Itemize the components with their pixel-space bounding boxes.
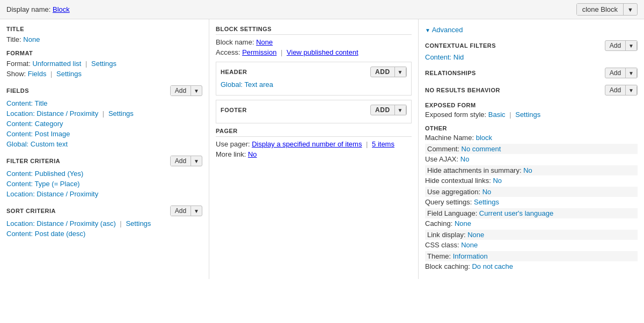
permission-link[interactable]: Permission xyxy=(242,48,276,56)
contextual-filters-header: CONTEXTUAL FILTERS Add ▼ xyxy=(425,40,638,51)
footer-section-title-bar: FOOTER Add ▼ xyxy=(221,105,407,115)
more-link-value[interactable]: No xyxy=(248,150,257,158)
relationships-header: RELATIONSHIPS Add ▼ xyxy=(425,68,638,78)
header-add-button[interactable]: Add xyxy=(371,67,395,77)
field-language-link[interactable]: Current user's language xyxy=(479,209,553,217)
view-published-content-link[interactable]: View published content xyxy=(287,48,358,56)
clone-block-dropdown-arrow[interactable]: ▼ xyxy=(624,5,637,14)
link-display-row: Link display: None xyxy=(425,230,638,240)
sort-criteria-section-header: SORT CRITERIA Add ▼ xyxy=(6,205,202,216)
use-ajax-link[interactable]: No xyxy=(460,155,470,163)
contextual-filters-add-group: Add ▼ xyxy=(605,40,638,51)
caching-link[interactable]: None xyxy=(455,219,471,227)
footer-add-dropdown[interactable]: ▼ xyxy=(395,106,406,114)
no-results-add-dropdown[interactable]: ▼ xyxy=(626,86,637,94)
title-value-link[interactable]: None xyxy=(23,35,40,43)
fields-add-dropdown[interactable]: ▼ xyxy=(191,87,202,95)
fields-section-label: FIELDS xyxy=(6,87,29,94)
format-section-label: FORMAT xyxy=(6,50,202,56)
filter-add-dropdown[interactable]: ▼ xyxy=(191,157,202,165)
css-class-link[interactable]: None xyxy=(461,241,478,249)
middle-column: BLOCK SETTINGS Block name: None Access: … xyxy=(209,19,419,279)
header-section: HEADER Add ▼ Global: Text area xyxy=(216,62,412,96)
relationships-label: RELATIONSHIPS xyxy=(425,70,476,76)
link-display-link[interactable]: None xyxy=(467,231,484,239)
comment-row: Comment: No comment xyxy=(425,144,638,154)
machine-name-link[interactable]: block xyxy=(476,134,492,142)
pager-label: PAGER xyxy=(216,128,412,137)
filter-criteria-section-header: FILTER CRITERIA Add ▼ xyxy=(6,156,202,166)
header-add-button-group: Add ▼ xyxy=(370,67,407,77)
hide-attachments-row: Hide attachments in summary: No xyxy=(425,165,638,175)
format-field-row: Format: Unformatted list | Settings xyxy=(6,60,202,68)
filter-add-button[interactable]: Add xyxy=(171,156,191,166)
header-label: HEADER xyxy=(221,69,247,75)
exposed-form-style-row: Exposed form style: Basic | Settings xyxy=(425,111,638,119)
relationships-add-dropdown[interactable]: ▼ xyxy=(626,69,637,77)
filter-content-type: Content: Type (= Place) xyxy=(6,180,202,188)
no-results-add-button[interactable]: Add xyxy=(605,85,626,95)
block-name-link[interactable]: None xyxy=(256,38,273,46)
theme-link[interactable]: Information xyxy=(453,252,488,260)
access-row: Access: Permission | View published cont… xyxy=(216,48,412,56)
footer-add-button[interactable]: Add xyxy=(371,105,395,115)
show-settings-link[interactable]: Settings xyxy=(56,70,82,78)
field-location-settings-link[interactable]: Settings xyxy=(108,109,134,118)
footer-section: FOOTER Add ▼ xyxy=(216,100,412,123)
use-aggregation-link[interactable]: No xyxy=(482,188,492,196)
main-content: TITLE Title: None FORMAT Format: Unforma… xyxy=(0,19,644,279)
left-column: TITLE Title: None FORMAT Format: Unforma… xyxy=(0,19,209,279)
hide-contextual-links-row: Hide contextual links: No xyxy=(425,177,638,185)
exposed-form-label: EXPOSED FORM xyxy=(425,102,638,108)
block-caching-link[interactable]: Do not cache xyxy=(472,262,513,270)
fields-section-header: FIELDS Add ▼ xyxy=(6,85,202,96)
field-content-title: Content: Title xyxy=(6,99,202,107)
advanced-toggle[interactable]: Advanced xyxy=(425,26,638,34)
format-unformatted-link[interactable]: Unformatted list xyxy=(32,60,81,68)
contextual-filters-add-dropdown[interactable]: ▼ xyxy=(626,42,637,50)
display-name-link[interactable]: Block xyxy=(53,5,70,13)
display-name: Display name: Block xyxy=(6,5,70,13)
exposed-form-settings-link[interactable]: Settings xyxy=(515,111,540,119)
filter-add-button-group: Add ▼ xyxy=(170,156,202,166)
sort-location-settings-link[interactable]: Settings xyxy=(126,219,151,227)
machine-name-row: Machine Name: block xyxy=(425,134,638,142)
no-results-add-group: Add ▼ xyxy=(605,85,638,96)
block-name-row: Block name: None xyxy=(216,38,412,46)
header-global-text-area: Global: Text area xyxy=(221,80,407,89)
pager-display-link[interactable]: Display a specified number of items xyxy=(252,140,362,148)
block-settings-section: BLOCK SETTINGS Block name: None Access: … xyxy=(216,26,412,56)
format-settings-link[interactable]: Settings xyxy=(91,60,116,68)
query-settings-link[interactable]: Settings xyxy=(474,198,499,206)
exposed-form-basic-link[interactable]: Basic xyxy=(488,111,506,119)
comment-link[interactable]: No comment xyxy=(462,145,501,153)
use-pager-row: Use pager: Display a specified number of… xyxy=(216,140,412,148)
theme-row: Theme: Information xyxy=(425,251,638,261)
relationships-add-button[interactable]: Add xyxy=(605,68,626,78)
show-field-row: Show: Fields | Settings xyxy=(6,70,202,78)
hide-attachments-link[interactable]: No xyxy=(523,166,532,174)
footer-label: FOOTER xyxy=(221,107,247,113)
sort-content-post-date: Content: Post date (desc) xyxy=(6,230,202,238)
contextual-filters-add-button[interactable]: Add xyxy=(605,41,626,50)
fields-add-button-group: Add ▼ xyxy=(170,85,202,96)
title-field-row: Title: None xyxy=(6,35,202,43)
use-aggregation-row: Use aggregation: No xyxy=(425,187,638,197)
contextual-filters-label: CONTEXTUAL FILTERS xyxy=(425,42,496,49)
sort-location-distance: Location: Distance / Proximity (asc) | S… xyxy=(6,219,202,227)
fields-add-button[interactable]: Add xyxy=(171,86,191,96)
no-results-header: NO RESULTS BEHAVIOR Add ▼ xyxy=(425,85,638,96)
sort-add-dropdown[interactable]: ▼ xyxy=(191,207,202,215)
sort-add-button[interactable]: Add xyxy=(171,206,191,216)
pager-items-link[interactable]: 5 items xyxy=(372,140,394,148)
hide-contextual-links-link[interactable]: No xyxy=(493,177,502,185)
field-location-distance-proximity: Location: Distance / Proximity | Setting… xyxy=(6,109,202,118)
header-add-dropdown[interactable]: ▼ xyxy=(395,68,406,76)
no-results-label: NO RESULTS BEHAVIOR xyxy=(425,87,500,93)
clone-block-button[interactable]: clone Block xyxy=(577,4,624,15)
field-global-custom-text: Global: Custom text xyxy=(6,140,202,148)
show-fields-link[interactable]: Fields xyxy=(28,70,47,78)
query-settings-row: Query settings: Settings xyxy=(425,198,638,206)
block-settings-title: BLOCK SETTINGS xyxy=(216,26,412,35)
title-section-header: TITLE xyxy=(6,26,202,32)
